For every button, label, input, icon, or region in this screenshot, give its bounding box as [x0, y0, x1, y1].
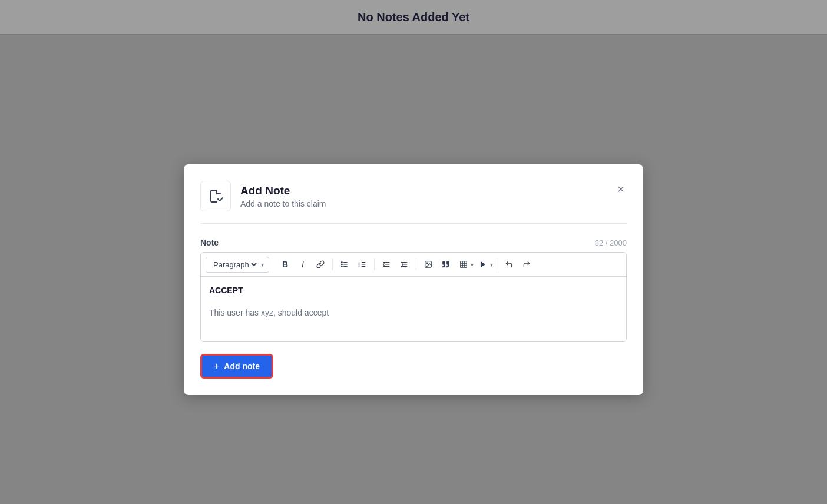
media-chevron-icon: ▾	[490, 261, 493, 268]
add-note-button[interactable]: + Add note	[200, 354, 273, 379]
svg-rect-20	[461, 261, 467, 268]
chevron-down-icon: ▾	[261, 261, 264, 268]
note-counter: 82 / 2000	[595, 238, 627, 247]
indent-icon	[400, 260, 408, 268]
modal-close-button[interactable]: ×	[615, 181, 627, 197]
redo-button[interactable]	[518, 256, 535, 273]
modal-icon-wrap	[200, 181, 231, 211]
link-icon	[316, 260, 325, 268]
add-note-label: Add note	[224, 362, 260, 371]
paragraph-select[interactable]: Paragraph Heading 1 Heading 2 Heading 3 …	[206, 257, 269, 273]
ordered-list-icon: 1. 2. 3.	[358, 260, 366, 268]
editor-bold-text: ACCEPT	[209, 284, 618, 297]
modal-header-left: Add Note Add a note to this claim	[200, 181, 326, 211]
editor-container: Paragraph Heading 1 Heading 2 Heading 3 …	[200, 252, 627, 342]
modal-header: Add Note Add a note to this claim ×	[200, 181, 627, 224]
add-note-modal: Add Note Add a note to this claim × Note…	[184, 164, 643, 395]
table-icon	[459, 260, 468, 268]
bullet-list-button[interactable]	[336, 256, 353, 273]
toolbar-divider-4	[416, 258, 416, 270]
bullet-list-icon	[340, 260, 349, 268]
note-label-row: Note 82 / 2000	[200, 238, 627, 247]
undo-icon	[505, 260, 513, 268]
paragraph-dropdown[interactable]: Paragraph Heading 1 Heading 2 Heading 3	[211, 260, 259, 270]
modal-title-group: Add Note Add a note to this claim	[240, 184, 326, 208]
svg-point-3	[341, 262, 342, 263]
redo-icon	[522, 260, 531, 268]
media-button[interactable]	[475, 256, 491, 273]
link-button[interactable]	[312, 256, 329, 273]
outdent-icon	[382, 260, 391, 268]
editor-toolbar: Paragraph Heading 1 Heading 2 Heading 3 …	[201, 253, 626, 277]
svg-marker-25	[481, 261, 485, 268]
bold-button[interactable]: B	[277, 256, 293, 273]
editor-content[interactable]: ACCEPT This user has xyz, should accept	[201, 277, 626, 341]
outdent-button[interactable]	[378, 256, 395, 273]
editor-body-text: This user has xyz, should accept	[209, 306, 618, 319]
toolbar-divider-2	[332, 258, 333, 270]
toolbar-divider-5	[497, 258, 497, 270]
note-icon	[209, 189, 223, 203]
image-icon	[424, 260, 432, 268]
page-title: No Notes Added Yet	[358, 11, 469, 24]
svg-point-5	[341, 266, 342, 267]
toolbar-divider-3	[374, 258, 375, 270]
table-button[interactable]	[455, 256, 472, 273]
undo-button[interactable]	[501, 256, 517, 273]
media-icon	[479, 260, 487, 268]
plus-icon: +	[214, 362, 219, 371]
quote-button[interactable]	[438, 256, 454, 273]
table-chevron-icon: ▾	[471, 261, 474, 268]
svg-point-4	[341, 264, 342, 265]
svg-point-19	[426, 263, 428, 264]
toolbar-divider-1	[273, 258, 273, 270]
ordered-list-button[interactable]: 1. 2. 3.	[354, 256, 371, 273]
note-label: Note	[200, 238, 219, 247]
modal-subtitle: Add a note to this claim	[240, 199, 326, 208]
image-button[interactable]	[420, 256, 436, 273]
modal-title: Add Note	[240, 184, 326, 197]
top-bar: No Notes Added Yet	[0, 0, 827, 35]
indent-button[interactable]	[396, 256, 412, 273]
svg-text:3.: 3.	[359, 265, 360, 267]
italic-button[interactable]: I	[295, 256, 311, 273]
quote-icon	[442, 260, 450, 268]
